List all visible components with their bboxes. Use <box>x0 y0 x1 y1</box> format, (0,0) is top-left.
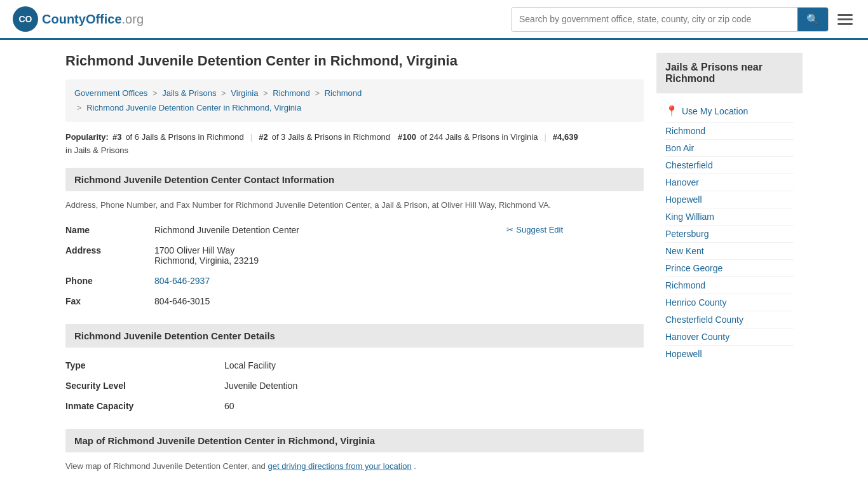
list-item: New Kent <box>665 242 794 259</box>
breadcrumb: Government Offices > Jails & Prisons > V… <box>65 79 644 122</box>
address-value: 1700 Oliver Hill Way Richmond, Virginia,… <box>154 240 506 271</box>
list-item: Richmond <box>665 276 794 294</box>
list-item: Hopewell <box>665 191 794 208</box>
page-title: Richmond Juvenile Detention Center in Ri… <box>65 53 644 69</box>
list-item: Hanover <box>665 173 794 191</box>
list-item: Henrico County <box>665 294 794 311</box>
capacity-value: 60 <box>224 396 644 416</box>
sidebar-link-bon-air[interactable]: Bon Air <box>665 143 694 153</box>
fax-value: 804-646-3015 <box>154 291 506 311</box>
sidebar-link-henrico[interactable]: Henrico County <box>665 297 727 308</box>
table-row: Type Local Facility <box>65 355 644 376</box>
name-label: Name <box>65 220 154 240</box>
fax-label: Fax <box>65 291 154 311</box>
phone-label: Phone <box>65 271 154 291</box>
phone-value: 804-646-2937 <box>154 271 506 291</box>
list-item: Hanover County <box>665 328 794 345</box>
sidebar-link-new-kent[interactable]: New Kent <box>665 246 704 256</box>
pop-rank4: #4,639 <box>553 132 578 142</box>
details-section-header: Richmond Juvenile Detention Center Detai… <box>65 324 644 348</box>
sidebar-link-chesterfield-county[interactable]: Chesterfield County <box>665 315 743 325</box>
sidebar-link-hanover[interactable]: Hanover <box>665 177 699 187</box>
use-my-location-link[interactable]: Use My Location <box>682 106 748 116</box>
logo-area: CO CountyOffice.org <box>13 6 144 32</box>
breadcrumb-sep: > <box>153 88 158 98</box>
security-value: Juvenile Detention <box>224 376 644 396</box>
search-bar: 🔍 <box>511 7 829 32</box>
contact-table: Name Richmond Juvenile Detention Center … <box>65 220 644 311</box>
main-content: Richmond Juvenile Detention Center in Ri… <box>65 53 644 473</box>
breadcrumb-link[interactable]: Richmond <box>325 88 362 98</box>
logo-icon: CO <box>13 6 38 32</box>
list-item: Chesterfield <box>665 156 794 173</box>
list-item: Petersburg <box>665 225 794 242</box>
pop-rank2: #2 <box>259 132 268 142</box>
svg-text:CO: CO <box>19 14 32 24</box>
suggest-cell: ✂ Suggest Edit <box>506 220 644 311</box>
popularity-bar: Popularity: #3 of 6 Jails & Prisons in R… <box>65 132 644 155</box>
hamburger-line <box>837 23 853 25</box>
suggest-edit-link[interactable]: ✂ Suggest Edit <box>506 225 644 234</box>
popularity-label: Popularity: <box>65 132 109 142</box>
sidebar-header: Jails & Prisons near Richmond <box>656 53 803 93</box>
table-row: Inmate Capacity 60 <box>65 396 644 416</box>
sidebar-location: 📍 Use My Location <box>656 100 803 122</box>
breadcrumb-sep: > <box>77 103 82 112</box>
sidebar-link-petersburg[interactable]: Petersburg <box>665 229 709 239</box>
pop-rank3-text: of 244 Jails & Prisons in Virginia <box>420 132 538 142</box>
sidebar-link-hanover-county[interactable]: Hanover County <box>665 332 729 342</box>
pop-rank3: #100 <box>398 132 416 142</box>
type-value: Local Facility <box>224 355 644 376</box>
list-item: King William <box>665 208 794 225</box>
list-item: Hopewell <box>665 345 794 362</box>
breadcrumb-current[interactable]: Richmond Juvenile Detention Center in Ri… <box>86 103 301 112</box>
sidebar-link-hopewell2[interactable]: Hopewell <box>665 349 702 359</box>
contact-section-header: Richmond Juvenile Detention Center Conta… <box>65 168 644 191</box>
sidebar-link-richmond1[interactable]: Richmond <box>665 126 705 136</box>
page-container: Richmond Juvenile Detention Center in Ri… <box>53 40 815 485</box>
address-label: Address <box>65 240 154 271</box>
capacity-label: Inmate Capacity <box>65 396 224 416</box>
breadcrumb-sep: > <box>221 88 226 98</box>
sidebar-link-king-william[interactable]: King William <box>665 212 714 222</box>
pop-rank1: #3 <box>112 132 121 142</box>
breadcrumb-link[interactable]: Virginia <box>231 88 258 98</box>
breadcrumb-sep: > <box>263 88 268 98</box>
sidebar-link-chesterfield[interactable]: Chesterfield <box>665 160 713 170</box>
type-label: Type <box>65 355 224 376</box>
hamburger-line <box>837 18 853 20</box>
details-table: Type Local Facility Security Level Juven… <box>65 355 644 416</box>
hamburger-line <box>837 14 853 16</box>
list-item: Richmond <box>665 122 794 139</box>
breadcrumb-link[interactable]: Jails & Prisons <box>162 88 216 98</box>
hamburger-menu[interactable] <box>835 11 855 27</box>
phone-link[interactable]: 804-646-2937 <box>154 276 210 286</box>
pop-rank1-text: of 6 Jails & Prisons in Richmond <box>125 132 243 142</box>
sidebar: Jails & Prisons near Richmond 📍 Use My L… <box>656 53 803 473</box>
table-row: Name Richmond Juvenile Detention Center … <box>65 220 644 240</box>
list-item: Bon Air <box>665 139 794 156</box>
header-right: 🔍 <box>511 7 855 32</box>
list-item: Prince George <box>665 259 794 276</box>
map-description: View map of Richmond Juvenile Detention … <box>65 460 644 473</box>
map-section-header: Map of Richmond Juvenile Detention Cente… <box>65 429 644 452</box>
table-row: Security Level Juvenile Detention <box>65 376 644 396</box>
pop-rank2-text: of 3 Jails & Prisons in Richmond <box>272 132 390 142</box>
breadcrumb-link[interactable]: Government Offices <box>74 88 147 98</box>
breadcrumb-link[interactable]: Richmond <box>273 88 310 98</box>
edit-icon: ✂ <box>506 225 513 234</box>
pin-icon: 📍 <box>665 105 678 117</box>
search-button[interactable]: 🔍 <box>797 8 828 31</box>
breadcrumb-sep: > <box>315 88 320 98</box>
list-item: Chesterfield County <box>665 311 794 328</box>
sidebar-link-richmond2[interactable]: Richmond <box>665 280 705 290</box>
security-label: Security Level <box>65 376 224 396</box>
sidebar-links: Richmond Bon Air Chesterfield Hanover Ho… <box>656 122 803 362</box>
logo-text: CountyOffice.org <box>42 12 144 27</box>
sidebar-link-prince-george[interactable]: Prince George <box>665 263 722 273</box>
sidebar-link-hopewell[interactable]: Hopewell <box>665 194 702 205</box>
search-input[interactable] <box>512 9 797 29</box>
directions-link[interactable]: get driving directions from your locatio… <box>268 461 411 471</box>
contact-description: Address, Phone Number, and Fax Number fo… <box>65 199 644 212</box>
pop-rank4-text: in Jails & Prisons <box>65 146 128 155</box>
